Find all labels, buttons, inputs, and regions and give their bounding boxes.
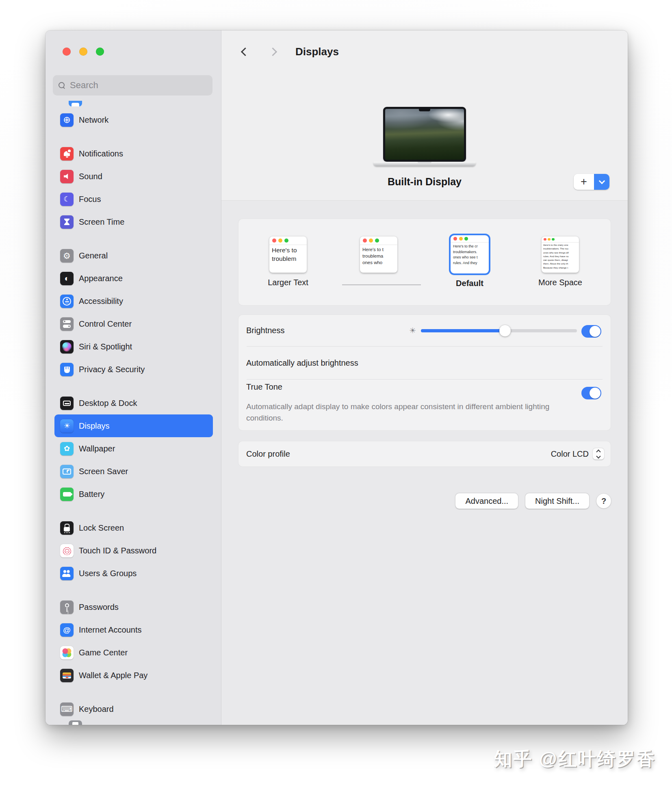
screen-saver-icon [60,465,74,478]
desktop-dock-icon [60,397,74,410]
sidebar-item-label: Screen Time [79,217,124,227]
search-icon [59,82,65,89]
traffic-light-dot [278,239,282,243]
built-in-display-thumbnail[interactable] [372,107,477,166]
brightness-low-icon: ☀ [409,327,416,334]
minimize-window-button[interactable] [79,48,87,56]
sidebar-item-label: Network [79,115,108,125]
sidebar-item-internet-accounts[interactable]: @Internet Accounts [54,618,213,641]
window-thumbnail: Here's to the crtroublemakers.ones who s… [451,235,489,273]
sidebar-item-label: Notifications [79,149,123,158]
sidebar-item-screen-saver[interactable]: Screen Saver [54,460,213,483]
wallpaper-icon: ✿ [60,442,74,455]
scaling-option-default[interactable]: Here's to the crtroublemakers.ones who s… [433,219,506,288]
sidebar-item-label: Accessibility [79,297,123,306]
help-button[interactable]: ? [596,494,611,508]
sidebar-item-network[interactable]: ⊕Network [54,108,213,131]
color-profile-stepper[interactable] [593,448,604,460]
color-profile-label: Color profile [246,449,290,459]
sidebar-item-wallpaper[interactable]: ✿Wallpaper [54,437,213,460]
sidebar-group: Lock ScreenTouch ID & PasswordUsers & Gr… [54,516,213,585]
window-thumbnail: Here's totroublem [269,236,307,273]
sidebar-item-game-center[interactable]: Game Center [54,641,213,664]
true-tone-description: Automatically adapt display to make colo… [246,401,563,424]
night-shift-button[interactable]: Night Shift... [525,493,589,509]
chevron-right-icon [268,47,277,56]
sidebar-item-displays[interactable]: ☀Displays [54,414,213,437]
sidebar-item-touch-id-password[interactable]: Touch ID & Password [54,539,213,562]
thumbnail-text: Here's to the crazy onetroublemakers. Th… [542,243,579,271]
sidebar-item-control-center[interactable]: Control Center [54,312,213,335]
display-name-label: Built-in Display [388,176,462,188]
window-thumbnail: Here's to the crazy onetroublemakers. Th… [542,236,579,273]
sidebar-item-battery[interactable]: Battery [54,483,213,505]
sidebar-item-label: Sound [79,172,102,181]
color-profile-value: Color LCD [551,449,589,459]
color-profile-control: Color LCD [551,448,604,460]
sidebar-item-focus[interactable]: ☾Focus [54,188,213,210]
watermark: 知乎 @红叶绮罗香 [494,747,656,771]
true-tone-toggle[interactable] [581,387,601,399]
displays-panel: Displays Built-in Display + [221,30,628,725]
auto-brightness-toggle[interactable] [581,325,601,338]
brightness-slider-track[interactable] [421,329,577,332]
sidebar-item-label: Users & Groups [79,569,137,578]
sidebar-item-label: Game Center [79,648,128,657]
sidebar-item-label: Displays [79,421,110,431]
sidebar-item-label: Wallpaper [79,444,115,453]
sidebar-item-siri-spotlight[interactable]: Siri & Spotlight [54,335,213,358]
users-groups-icon [60,567,74,580]
sidebar-group: ⊕Network [54,108,213,131]
laptop-wallpaper [385,109,464,160]
sidebar-item-users-groups[interactable]: Users & Groups [54,562,213,585]
control-center-icon [60,317,74,331]
laptop-notch [419,109,430,111]
sidebar-item-lock-screen[interactable]: Lock Screen [54,516,213,539]
sidebar-item-label: General [79,251,108,260]
sidebar-item-sound[interactable]: Sound [54,165,213,188]
brightness-slider: ☀ ☀ [409,315,593,346]
traffic-light-dot [375,239,379,243]
sidebar-item-notifications[interactable]: Notifications [54,142,213,165]
sidebar-item-label: Wallet & Apple Pay [79,671,147,680]
sidebar-item-appearance[interactable]: ◐Appearance [54,267,213,290]
sidebar-item-wallet-apple-pay[interactable]: Wallet & Apple Pay [54,664,213,687]
add-display-dropdown-button[interactable] [594,174,609,190]
zoom-window-button[interactable] [96,48,104,56]
sidebar-item-passwords[interactable]: Passwords [54,596,213,618]
sidebar-item-screen-time[interactable]: Screen Time [54,210,213,233]
scaling-option-more-space[interactable]: Here's to the crazy onetroublemakers. Th… [524,219,597,288]
passwords-icon [60,601,74,614]
system-settings-window: ⊕NetworkNotificationsSound☾FocusScreen T… [46,30,628,725]
back-button[interactable] [237,43,253,60]
advanced-button[interactable]: Advanced... [455,493,518,509]
sidebar-group: Passwords@Internet AccountsGame CenterWa… [54,596,213,687]
sidebar-item-general[interactable]: ⚙General [54,244,213,267]
add-display-button[interactable]: + [574,174,594,190]
sidebar-item-accessibility[interactable]: Accessibility [54,290,213,312]
brightness-row: Brightness ☀ ☀ [238,315,611,346]
close-window-button[interactable] [63,48,71,56]
forward-button[interactable] [264,43,281,60]
add-display-control: + [574,174,609,190]
scaling-option-larger-text[interactable]: Here's totroublemLarger Text [251,219,325,288]
sidebar-item-keyboard[interactable]: ⌨Keyboard [54,698,213,720]
laptop-base [373,162,476,166]
scaling-option-medium[interactable]: Here's to ttroublemaones who [342,219,415,288]
accessibility-icon [60,295,74,308]
scaling-option-label: Default [456,279,483,288]
search-input[interactable] [69,80,207,91]
sidebar-item-label: Privacy & Security [79,365,145,374]
appearance-icon: ◐ [60,272,74,285]
sidebar-item-privacy-security[interactable]: Privacy & Security [54,358,213,381]
true-tone-row: True Tone [238,379,611,392]
scaling-option-label: More Space [538,278,582,288]
general-icon: ⚙ [60,249,74,262]
sidebar-item-desktop-dock[interactable]: Desktop & Dock [54,392,213,414]
chevron-left-icon [241,47,249,56]
focus-icon: ☾ [60,193,74,206]
brightness-slider-knob[interactable] [499,325,511,336]
search-field[interactable] [53,75,212,95]
thumbnail-titlebar [451,235,489,243]
window-controls [63,48,104,56]
